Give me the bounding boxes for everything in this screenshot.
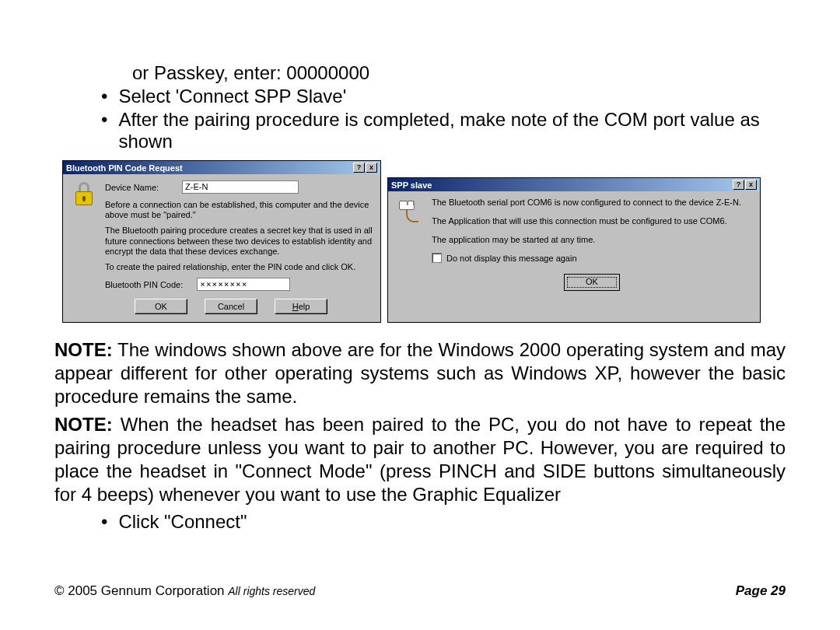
dialog-title: SPP slave bbox=[391, 180, 432, 190]
note-paragraph: NOTE: When the headset has been paired t… bbox=[54, 413, 786, 506]
bullet-item: • After the pairing procedure is complet… bbox=[101, 109, 786, 152]
serial-plug-icon bbox=[396, 198, 422, 224]
dialog-text: Before a connection can be established, … bbox=[105, 200, 373, 220]
bullet-text: Select 'Connect SPP Slave' bbox=[118, 86, 786, 107]
ok-button[interactable]: OK bbox=[135, 299, 187, 314]
dialog-titlebar: Bluetooth PIN Code Request ? x bbox=[63, 161, 380, 174]
page-number: Page 29 bbox=[736, 583, 786, 599]
bluetooth-pin-dialog: Bluetooth PIN Code Request ? x Device Na… bbox=[62, 160, 381, 323]
dialog-text: The Bluetooth pairing procedure creates … bbox=[105, 226, 373, 257]
copyright-text: © 2005 Gennum Corporation bbox=[54, 583, 228, 598]
bullet-item: • Click "Connect" bbox=[101, 511, 786, 533]
cancel-button[interactable]: Cancel bbox=[205, 299, 257, 314]
note-label: NOTE: bbox=[54, 414, 113, 435]
bullet-item: • Select 'Connect SPP Slave' bbox=[101, 86, 786, 107]
bullet-dot-icon: • bbox=[101, 109, 107, 152]
dialog-titlebar: SPP slave ? x bbox=[388, 178, 760, 191]
dialog-text: The Bluetooth serial port COM6 is now co… bbox=[432, 198, 752, 208]
pin-code-field[interactable]: ×××××××× bbox=[197, 278, 290, 291]
note-paragraph: NOTE: The windows shown above are for th… bbox=[54, 338, 786, 408]
suppress-message-checkbox[interactable] bbox=[432, 253, 442, 263]
dialog-text: The application may be started at any ti… bbox=[432, 235, 752, 246]
pin-code-label: Bluetooth PIN Code: bbox=[105, 280, 183, 289]
device-name-label: Device Name: bbox=[105, 183, 159, 192]
dialog-screenshot-group: Bluetooth PIN Code Request ? x Device Na… bbox=[62, 160, 786, 323]
bullet-dot-icon: • bbox=[101, 511, 107, 533]
titlebar-help-button[interactable]: ? bbox=[733, 180, 744, 190]
help-button[interactable]: Help bbox=[275, 299, 327, 314]
lock-icon bbox=[71, 180, 97, 207]
dialog-text: The Application that will use this conne… bbox=[432, 216, 752, 227]
dialog-text: To create the paired relationship, enter… bbox=[105, 262, 373, 272]
device-name-field[interactable]: Z-E-N bbox=[182, 180, 299, 194]
spp-slave-dialog: SPP slave ? x The Bluetooth serial port … bbox=[387, 177, 761, 323]
bullet-text: Click "Connect" bbox=[118, 511, 786, 533]
bullet-text: After the pairing procedure is completed… bbox=[118, 109, 786, 152]
page-footer: © 2005 Gennum Corporation All rights res… bbox=[54, 583, 786, 599]
bullet-dot-icon: • bbox=[101, 86, 107, 107]
dialog-title: Bluetooth PIN Code Request bbox=[66, 163, 183, 173]
titlebar-help-button[interactable]: ? bbox=[353, 163, 365, 173]
titlebar-close-button[interactable]: x bbox=[745, 180, 757, 190]
titlebar-close-button[interactable]: x bbox=[366, 163, 377, 173]
passkey-line: or Passkey, enter: 00000000 bbox=[132, 62, 786, 84]
ok-button[interactable]: OK bbox=[564, 274, 620, 291]
note-label: NOTE: bbox=[54, 339, 113, 360]
rights-reserved-text: All rights reserved bbox=[228, 585, 315, 597]
checkbox-label: Do not display this message again bbox=[446, 254, 577, 263]
